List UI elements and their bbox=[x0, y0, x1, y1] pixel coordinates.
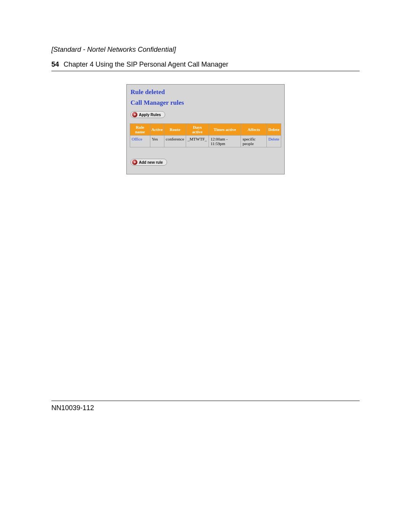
status-message: Rule deleted bbox=[131, 88, 281, 96]
col-affects: Affects bbox=[241, 124, 267, 136]
chapter-header: 54Chapter 4 Using the SIP Personal Agent… bbox=[51, 61, 360, 69]
table-row: Office Yes conference _MTWTF_ 12:00am - … bbox=[130, 136, 281, 147]
section-title: Call Manager rules bbox=[131, 99, 281, 107]
col-active: Active bbox=[150, 124, 164, 136]
table-header-row: Rule name Active Route Days active Times… bbox=[130, 124, 281, 136]
add-new-rule-button[interactable]: Add new rule bbox=[131, 159, 167, 166]
apply-rules-button[interactable]: Apply Rules bbox=[131, 111, 165, 118]
apply-rules-label: Apply Rules bbox=[139, 113, 161, 117]
play-icon bbox=[132, 160, 137, 165]
col-delete: Delete bbox=[267, 124, 281, 136]
confidential-notice: [Standard - Nortel Networks Confidential… bbox=[51, 46, 360, 54]
col-route: Route bbox=[164, 124, 186, 136]
col-days-active: Days active bbox=[186, 124, 209, 136]
delete-link[interactable]: Delete bbox=[267, 136, 281, 147]
col-rule-name: Rule name bbox=[130, 124, 150, 136]
header-rule bbox=[51, 71, 360, 71]
cell-days: _MTWTF_ bbox=[186, 136, 209, 147]
page-number: 54 bbox=[51, 61, 59, 68]
cell-active: Yes bbox=[150, 136, 164, 147]
cell-affects: specific people bbox=[241, 136, 267, 147]
add-new-rule-label: Add new rule bbox=[139, 160, 163, 165]
app-screenshot: Rule deleted Call Manager rules Apply Ru… bbox=[126, 84, 285, 174]
play-icon bbox=[132, 112, 137, 117]
cell-times: 12:00am - 11:59pm bbox=[209, 136, 241, 147]
cell-route: conference bbox=[164, 136, 186, 147]
document-number: NN10039-112 bbox=[51, 404, 360, 412]
rule-name-link[interactable]: Office bbox=[130, 136, 150, 147]
rules-table: Rule name Active Route Days active Times… bbox=[130, 123, 281, 147]
footer-rule bbox=[51, 401, 360, 401]
chapter-title: Chapter 4 Using the SIP Personal Agent C… bbox=[64, 61, 228, 68]
col-times-active: Times active bbox=[209, 124, 241, 136]
